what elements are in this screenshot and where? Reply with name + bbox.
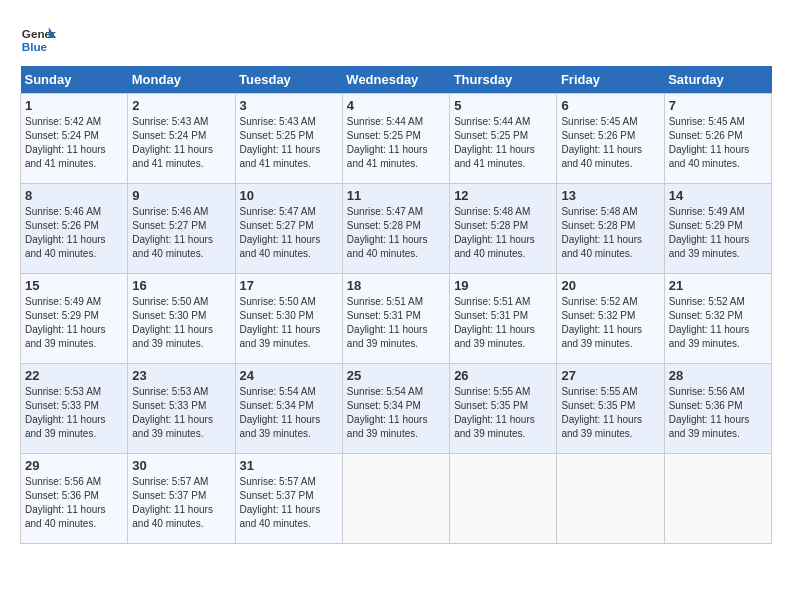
day-number: 6 bbox=[561, 98, 659, 113]
sunset-label: Sunset: 5:33 PM bbox=[132, 400, 206, 411]
week-row-1: 1 Sunrise: 5:42 AM Sunset: 5:24 PM Dayli… bbox=[21, 94, 772, 184]
calendar-cell bbox=[664, 454, 771, 544]
day-number: 31 bbox=[240, 458, 338, 473]
day-info: Sunrise: 5:45 AM Sunset: 5:26 PM Dayligh… bbox=[669, 115, 767, 171]
sunrise-label: Sunrise: 5:51 AM bbox=[347, 296, 423, 307]
col-header-sunday: Sunday bbox=[21, 66, 128, 94]
sunset-label: Sunset: 5:37 PM bbox=[240, 490, 314, 501]
sunset-label: Sunset: 5:30 PM bbox=[132, 310, 206, 321]
calendar-cell: 31 Sunrise: 5:57 AM Sunset: 5:37 PM Dayl… bbox=[235, 454, 342, 544]
sunrise-label: Sunrise: 5:55 AM bbox=[561, 386, 637, 397]
day-number: 19 bbox=[454, 278, 552, 293]
day-number: 11 bbox=[347, 188, 445, 203]
sunset-label: Sunset: 5:35 PM bbox=[561, 400, 635, 411]
sunrise-label: Sunrise: 5:54 AM bbox=[240, 386, 316, 397]
sunset-label: Sunset: 5:28 PM bbox=[454, 220, 528, 231]
day-info: Sunrise: 5:52 AM Sunset: 5:32 PM Dayligh… bbox=[561, 295, 659, 351]
day-info: Sunrise: 5:43 AM Sunset: 5:24 PM Dayligh… bbox=[132, 115, 230, 171]
day-number: 9 bbox=[132, 188, 230, 203]
sunset-label: Sunset: 5:31 PM bbox=[454, 310, 528, 321]
day-number: 15 bbox=[25, 278, 123, 293]
day-info: Sunrise: 5:54 AM Sunset: 5:34 PM Dayligh… bbox=[347, 385, 445, 441]
day-number: 25 bbox=[347, 368, 445, 383]
calendar-cell: 6 Sunrise: 5:45 AM Sunset: 5:26 PM Dayli… bbox=[557, 94, 664, 184]
daylight-label: Daylight: 11 hours and 40 minutes. bbox=[347, 234, 428, 259]
sunset-label: Sunset: 5:33 PM bbox=[25, 400, 99, 411]
svg-text:Blue: Blue bbox=[22, 40, 48, 53]
daylight-label: Daylight: 11 hours and 39 minutes. bbox=[25, 414, 106, 439]
sunset-label: Sunset: 5:29 PM bbox=[25, 310, 99, 321]
calendar-cell bbox=[450, 454, 557, 544]
day-info: Sunrise: 5:53 AM Sunset: 5:33 PM Dayligh… bbox=[132, 385, 230, 441]
day-number: 2 bbox=[132, 98, 230, 113]
day-info: Sunrise: 5:46 AM Sunset: 5:26 PM Dayligh… bbox=[25, 205, 123, 261]
week-row-5: 29 Sunrise: 5:56 AM Sunset: 5:36 PM Dayl… bbox=[21, 454, 772, 544]
calendar-cell: 17 Sunrise: 5:50 AM Sunset: 5:30 PM Dayl… bbox=[235, 274, 342, 364]
sunset-label: Sunset: 5:32 PM bbox=[669, 310, 743, 321]
sunrise-label: Sunrise: 5:56 AM bbox=[25, 476, 101, 487]
day-info: Sunrise: 5:56 AM Sunset: 5:36 PM Dayligh… bbox=[669, 385, 767, 441]
logo-icon: General Blue bbox=[20, 20, 56, 56]
daylight-label: Daylight: 11 hours and 40 minutes. bbox=[240, 234, 321, 259]
sunset-label: Sunset: 5:27 PM bbox=[240, 220, 314, 231]
daylight-label: Daylight: 11 hours and 39 minutes. bbox=[347, 324, 428, 349]
day-info: Sunrise: 5:49 AM Sunset: 5:29 PM Dayligh… bbox=[25, 295, 123, 351]
day-number: 5 bbox=[454, 98, 552, 113]
sunset-label: Sunset: 5:31 PM bbox=[347, 310, 421, 321]
sunrise-label: Sunrise: 5:43 AM bbox=[240, 116, 316, 127]
week-row-4: 22 Sunrise: 5:53 AM Sunset: 5:33 PM Dayl… bbox=[21, 364, 772, 454]
daylight-label: Daylight: 11 hours and 41 minutes. bbox=[240, 144, 321, 169]
calendar-cell: 18 Sunrise: 5:51 AM Sunset: 5:31 PM Dayl… bbox=[342, 274, 449, 364]
sunrise-label: Sunrise: 5:45 AM bbox=[561, 116, 637, 127]
sunrise-label: Sunrise: 5:50 AM bbox=[240, 296, 316, 307]
col-header-wednesday: Wednesday bbox=[342, 66, 449, 94]
sunset-label: Sunset: 5:24 PM bbox=[132, 130, 206, 141]
sunrise-label: Sunrise: 5:44 AM bbox=[454, 116, 530, 127]
sunset-label: Sunset: 5:34 PM bbox=[347, 400, 421, 411]
calendar-cell: 23 Sunrise: 5:53 AM Sunset: 5:33 PM Dayl… bbox=[128, 364, 235, 454]
calendar-cell: 12 Sunrise: 5:48 AM Sunset: 5:28 PM Dayl… bbox=[450, 184, 557, 274]
day-number: 12 bbox=[454, 188, 552, 203]
daylight-label: Daylight: 11 hours and 39 minutes. bbox=[669, 324, 750, 349]
day-info: Sunrise: 5:42 AM Sunset: 5:24 PM Dayligh… bbox=[25, 115, 123, 171]
day-number: 17 bbox=[240, 278, 338, 293]
calendar-cell: 9 Sunrise: 5:46 AM Sunset: 5:27 PM Dayli… bbox=[128, 184, 235, 274]
calendar-cell: 7 Sunrise: 5:45 AM Sunset: 5:26 PM Dayli… bbox=[664, 94, 771, 184]
sunrise-label: Sunrise: 5:47 AM bbox=[347, 206, 423, 217]
daylight-label: Daylight: 11 hours and 40 minutes. bbox=[454, 234, 535, 259]
day-info: Sunrise: 5:55 AM Sunset: 5:35 PM Dayligh… bbox=[561, 385, 659, 441]
calendar-cell: 11 Sunrise: 5:47 AM Sunset: 5:28 PM Dayl… bbox=[342, 184, 449, 274]
day-info: Sunrise: 5:55 AM Sunset: 5:35 PM Dayligh… bbox=[454, 385, 552, 441]
day-number: 3 bbox=[240, 98, 338, 113]
calendar-cell: 10 Sunrise: 5:47 AM Sunset: 5:27 PM Dayl… bbox=[235, 184, 342, 274]
daylight-label: Daylight: 11 hours and 40 minutes. bbox=[561, 234, 642, 259]
sunset-label: Sunset: 5:25 PM bbox=[454, 130, 528, 141]
day-info: Sunrise: 5:43 AM Sunset: 5:25 PM Dayligh… bbox=[240, 115, 338, 171]
calendar-cell: 1 Sunrise: 5:42 AM Sunset: 5:24 PM Dayli… bbox=[21, 94, 128, 184]
calendar-cell: 16 Sunrise: 5:50 AM Sunset: 5:30 PM Dayl… bbox=[128, 274, 235, 364]
daylight-label: Daylight: 11 hours and 41 minutes. bbox=[25, 144, 106, 169]
sunrise-label: Sunrise: 5:55 AM bbox=[454, 386, 530, 397]
daylight-label: Daylight: 11 hours and 40 minutes. bbox=[132, 504, 213, 529]
sunset-label: Sunset: 5:37 PM bbox=[132, 490, 206, 501]
sunrise-label: Sunrise: 5:43 AM bbox=[132, 116, 208, 127]
daylight-label: Daylight: 11 hours and 39 minutes. bbox=[454, 414, 535, 439]
sunset-label: Sunset: 5:26 PM bbox=[669, 130, 743, 141]
sunrise-label: Sunrise: 5:53 AM bbox=[25, 386, 101, 397]
day-info: Sunrise: 5:50 AM Sunset: 5:30 PM Dayligh… bbox=[132, 295, 230, 351]
daylight-label: Daylight: 11 hours and 39 minutes. bbox=[454, 324, 535, 349]
daylight-label: Daylight: 11 hours and 40 minutes. bbox=[25, 504, 106, 529]
sunrise-label: Sunrise: 5:52 AM bbox=[669, 296, 745, 307]
daylight-label: Daylight: 11 hours and 40 minutes. bbox=[561, 144, 642, 169]
day-number: 16 bbox=[132, 278, 230, 293]
sunrise-label: Sunrise: 5:48 AM bbox=[454, 206, 530, 217]
calendar-cell: 15 Sunrise: 5:49 AM Sunset: 5:29 PM Dayl… bbox=[21, 274, 128, 364]
day-info: Sunrise: 5:57 AM Sunset: 5:37 PM Dayligh… bbox=[132, 475, 230, 531]
col-header-monday: Monday bbox=[128, 66, 235, 94]
calendar-cell: 21 Sunrise: 5:52 AM Sunset: 5:32 PM Dayl… bbox=[664, 274, 771, 364]
col-header-thursday: Thursday bbox=[450, 66, 557, 94]
daylight-label: Daylight: 11 hours and 40 minutes. bbox=[240, 504, 321, 529]
day-info: Sunrise: 5:48 AM Sunset: 5:28 PM Dayligh… bbox=[561, 205, 659, 261]
day-number: 28 bbox=[669, 368, 767, 383]
sunrise-label: Sunrise: 5:56 AM bbox=[669, 386, 745, 397]
